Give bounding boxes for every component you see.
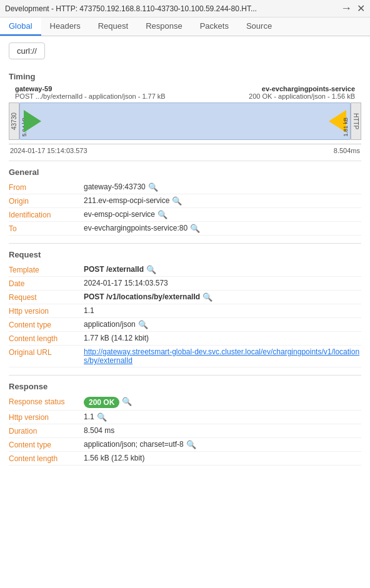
response-duration-value: 8.504 ms bbox=[84, 426, 114, 435]
timing-right-port: HTTP bbox=[351, 102, 361, 140]
request-request-value: POST /v1/locations/by/externalId 🔍 bbox=[84, 292, 212, 302]
general-from-value: gateway-59:43730 🔍 bbox=[84, 182, 158, 192]
request-contenttype-search[interactable]: 🔍 bbox=[138, 320, 148, 329]
response-contentlength-label: Content length bbox=[9, 454, 84, 463]
response-status-label: Response status bbox=[9, 397, 84, 406]
request-template-value: POST /externalId 🔍 bbox=[84, 265, 156, 274]
request-contenttype-value: application/json 🔍 bbox=[84, 320, 148, 329]
general-identification-row: Identification ev-emsp-ocpi-service 🔍 bbox=[9, 208, 361, 222]
request-originalurl-label: Original URL bbox=[9, 347, 84, 357]
request-template-label: Template bbox=[9, 265, 84, 274]
general-identification-label: Identification bbox=[9, 210, 84, 219]
timing-right-info: ev-evchargingpoints-service 200 OK - app… bbox=[249, 85, 355, 100]
response-httpversion-label: Http version bbox=[9, 412, 84, 422]
timing-size-right: 1.81 kB bbox=[342, 117, 349, 137]
response-title: Response bbox=[9, 382, 361, 391]
response-section: Response Response status 200 OK 🔍 Http v… bbox=[9, 382, 361, 466]
timing-meta: gateway-59 POST .../by/externalId - appl… bbox=[9, 85, 361, 100]
main-content: curl:// Timing gateway-59 POST .../by/ex… bbox=[0, 36, 370, 479]
response-httpversion-search[interactable]: 🔍 bbox=[97, 412, 107, 422]
request-httpversion-row: Http version 1.1 bbox=[9, 304, 361, 318]
tab-packets[interactable]: Packets bbox=[191, 17, 238, 36]
general-origin-search[interactable]: 🔍 bbox=[172, 196, 182, 206]
general-title: General bbox=[9, 167, 361, 177]
general-identification-value: ev-emsp-ocpi-service 🔍 bbox=[84, 210, 168, 219]
status-badge: 200 OK bbox=[84, 397, 119, 408]
request-contentlength-label: Content length bbox=[9, 334, 84, 343]
response-contenttype-value: application/json; charset=utf-8 🔍 bbox=[84, 440, 196, 449]
response-contenttype-row: Content type application/json; charset=u… bbox=[9, 438, 361, 452]
timing-left-service: gateway-59 bbox=[15, 85, 166, 92]
general-from-row: From gateway-59:43730 🔍 bbox=[9, 181, 361, 194]
tab-source[interactable]: Source bbox=[238, 17, 281, 36]
title-bar-icons: → ✕ bbox=[341, 2, 365, 15]
response-status-value: 200 OK 🔍 bbox=[84, 397, 132, 408]
general-identification-search[interactable]: 🔍 bbox=[158, 210, 168, 219]
general-from-label: From bbox=[9, 182, 84, 192]
tab-request[interactable]: Request bbox=[89, 17, 137, 36]
request-request-search[interactable]: 🔍 bbox=[202, 292, 212, 302]
request-originalurl-value: http://gateway.streetsmart-global-dev.sv… bbox=[84, 347, 361, 365]
response-contenttype-search[interactable]: 🔍 bbox=[186, 440, 196, 449]
pin-icon[interactable]: → bbox=[341, 2, 352, 15]
general-to-search[interactable]: 🔍 bbox=[190, 224, 200, 233]
timing-start: 2024-01-17 15:14:03.573 bbox=[10, 147, 88, 154]
response-contenttype-label: Content type bbox=[9, 440, 84, 449]
request-httpversion-value: 1.1 bbox=[84, 306, 94, 315]
request-contentlength-value: 1.77 kB (14.12 kbit) bbox=[84, 334, 149, 342]
response-httpversion-value: 1.1 🔍 bbox=[84, 412, 107, 422]
request-date-value: 2024-01-17 15:14:03.573 bbox=[84, 279, 168, 287]
response-duration-label: Duration bbox=[9, 426, 84, 436]
request-request-label: Request bbox=[9, 292, 84, 302]
title-bar: Development - HTTP: 473750.192.168.8.110… bbox=[0, 0, 370, 17]
timing-left-port: 43730 bbox=[9, 102, 19, 140]
timing-diagram: 43730 5.94 kB 1.81 kB HTTP bbox=[9, 102, 361, 140]
general-to-value: ev-evchargingpoints-service:80 🔍 bbox=[84, 224, 200, 233]
general-from-search[interactable]: 🔍 bbox=[148, 182, 158, 192]
request-httpversion-label: Http version bbox=[9, 306, 84, 316]
timing-left-request: POST .../by/externalId - application/jso… bbox=[15, 92, 166, 100]
response-status-row: Response status 200 OK 🔍 bbox=[9, 395, 361, 411]
timing-axis: 2024-01-17 15:14:03.573 8.504ms bbox=[9, 144, 361, 154]
tab-bar: Global Headers Request Response Packets … bbox=[0, 17, 370, 36]
response-duration-row: Duration 8.504 ms bbox=[9, 424, 361, 438]
timing-right-service: ev-evchargingpoints-service bbox=[249, 85, 355, 92]
response-httpversion-row: Http version 1.1 🔍 bbox=[9, 411, 361, 424]
request-template-search[interactable]: 🔍 bbox=[146, 265, 156, 274]
general-to-label: To bbox=[9, 224, 84, 233]
response-status-search[interactable]: 🔍 bbox=[122, 397, 132, 406]
timing-section: Timing gateway-59 POST .../by/externalId… bbox=[9, 72, 361, 154]
response-contentlength-value: 1.56 kB (12.5 kbit) bbox=[84, 454, 144, 462]
general-origin-row: Origin 211.ev-emsp-ocpi-service 🔍 bbox=[9, 194, 361, 208]
request-contentlength-row: Content length 1.77 kB (14.12 kbit) bbox=[9, 332, 361, 346]
timing-arrow-left bbox=[24, 110, 41, 132]
response-contentlength-row: Content length 1.56 kB (12.5 kbit) bbox=[9, 452, 361, 466]
close-icon[interactable]: ✕ bbox=[357, 2, 365, 14]
timing-title: Timing bbox=[9, 72, 361, 81]
request-date-label: Date bbox=[9, 279, 84, 288]
request-originalurl-row: Original URL http://gateway.streetsmart-… bbox=[9, 346, 361, 367]
timing-duration: 8.504ms bbox=[334, 147, 360, 154]
request-contenttype-label: Content type bbox=[9, 320, 84, 329]
general-to-row: To ev-evchargingpoints-service:80 🔍 bbox=[9, 222, 361, 236]
request-contenttype-row: Content type application/json 🔍 bbox=[9, 318, 361, 332]
tab-headers[interactable]: Headers bbox=[41, 17, 89, 36]
request-section: Request Template POST /externalId 🔍 Date… bbox=[9, 250, 361, 367]
timing-left-info: gateway-59 POST .../by/externalId - appl… bbox=[15, 85, 166, 100]
request-title: Request bbox=[9, 250, 361, 259]
request-template-row: Template POST /externalId 🔍 bbox=[9, 263, 361, 277]
timing-bar: 5.94 kB 1.81 kB bbox=[19, 102, 351, 140]
request-originalurl-link[interactable]: http://gateway.streetsmart-global-dev.sv… bbox=[84, 347, 361, 365]
timing-right-response: 200 OK - application/json - 1.56 kB bbox=[249, 92, 355, 100]
general-origin-value: 211.ev-emsp-ocpi-service 🔍 bbox=[84, 196, 182, 206]
request-request-row: Request POST /v1/locations/by/externalId… bbox=[9, 291, 361, 304]
tab-response[interactable]: Response bbox=[137, 17, 191, 36]
title-bar-text: Development - HTTP: 473750.192.168.8.110… bbox=[5, 4, 257, 13]
curl-button[interactable]: curl:// bbox=[9, 42, 45, 59]
general-section: General From gateway-59:43730 🔍 Origin 2… bbox=[9, 167, 361, 236]
tab-global[interactable]: Global bbox=[0, 17, 41, 36]
general-origin-label: Origin bbox=[9, 196, 84, 206]
request-date-row: Date 2024-01-17 15:14:03.573 bbox=[9, 277, 361, 291]
